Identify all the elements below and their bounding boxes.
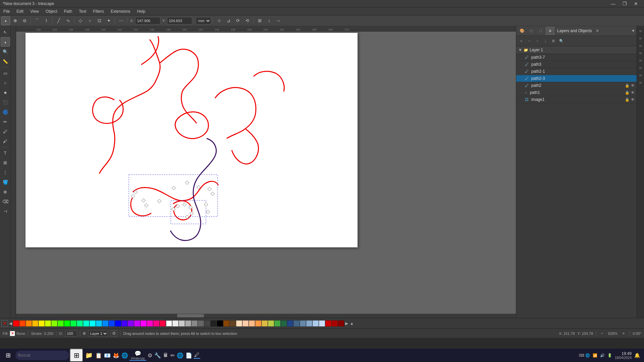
browser2-taskbar-btn[interactable]: 🌐 (176, 352, 184, 359)
color-swatch[interactable] (26, 320, 32, 326)
tool-star[interactable]: ★ (1, 88, 10, 97)
color-swatch[interactable] (147, 320, 153, 326)
document-canvas[interactable] (25, 33, 358, 247)
color-swatch[interactable] (115, 320, 121, 326)
minimize-btn[interactable]: — (608, 0, 619, 7)
color-swatch[interactable] (243, 320, 249, 326)
color-swatch[interactable] (90, 320, 96, 326)
zoom-out-btn[interactable]: − (599, 330, 605, 337)
search-input[interactable] (15, 351, 69, 360)
notification-btn[interactable]: 🔔 (634, 353, 640, 358)
menu-file[interactable]: File (0, 8, 13, 14)
color-swatch[interactable] (236, 320, 242, 326)
color-swatch[interactable] (223, 320, 229, 326)
h-scrollbar[interactable] (16, 314, 516, 318)
del-layer-btn[interactable]: − (526, 37, 533, 45)
tool-3d[interactable]: ⬛ (1, 98, 10, 107)
sym-btn[interactable]: ⊡ (95, 16, 104, 25)
color-swatch[interactable] (300, 320, 306, 326)
panel-chevron[interactable]: ▼ (631, 28, 635, 33)
tool-spray[interactable]: ⊕ (1, 187, 10, 196)
node-view-btn3[interactable]: ↔ (274, 16, 283, 25)
color-swatch[interactable] (32, 320, 38, 326)
tool-gradient[interactable]: ⊞ (1, 158, 10, 167)
tool-mesh[interactable]: ⋮ (1, 168, 10, 177)
color-swatch[interactable] (338, 320, 344, 326)
tool-text[interactable]: T (1, 148, 10, 158)
er-btn6[interactable]: ⊳ (637, 64, 644, 71)
color-swatch[interactable] (19, 320, 25, 326)
tool-node[interactable]: ⬧ (1, 37, 10, 47)
delete-node-btn[interactable]: ⊖ (20, 16, 29, 25)
layer-select[interactable]: Layer 1 (88, 330, 108, 337)
color-swatch[interactable] (166, 320, 172, 326)
color-swatch[interactable] (109, 320, 115, 326)
color-swatch[interactable] (185, 320, 191, 326)
color-swatch[interactable] (217, 320, 223, 326)
layer-item-path3-7[interactable]: 🖊 path3-7 (516, 54, 637, 61)
calc-taskbar-btn[interactable]: 🖩 (162, 352, 169, 358)
color-swatch[interactable] (230, 320, 236, 326)
taskview-btn[interactable]: ⊞ (70, 349, 83, 362)
menu-view[interactable]: View (27, 8, 42, 14)
menu-extensions[interactable]: Extensions (107, 8, 134, 14)
opacity-input[interactable] (65, 330, 77, 337)
color-swatch[interactable] (211, 320, 217, 326)
unit-select[interactable]: mmpxcmin (196, 17, 211, 24)
canvas-area[interactable]: 132 134 136 138 140 142 144 146 148 150 … (11, 26, 516, 318)
close-btn[interactable]: ✕ (631, 0, 641, 7)
color-swatch[interactable] (83, 320, 89, 326)
mail-taskbar-btn[interactable]: 📧 (103, 352, 111, 359)
color-swatch[interactable] (274, 320, 280, 326)
layers-tab-btn[interactable]: ≡ (546, 27, 554, 35)
image1-lock-icon[interactable]: 🔒 (625, 98, 630, 102)
layer-settings-status-btn[interactable]: ⚙ (111, 330, 117, 337)
color-swatch[interactable] (102, 320, 108, 326)
color-swatch[interactable] (332, 320, 338, 326)
node-view-btn2[interactable]: ↕ (265, 16, 273, 25)
panel-close-btn[interactable]: ✕ (594, 28, 600, 33)
cusp-btn[interactable]: ◇ (76, 16, 85, 25)
remove-color-btn[interactable]: ✕ (1, 320, 8, 327)
tool-connector[interactable]: ⊣ (1, 206, 10, 216)
restore-btn[interactable]: ❐ (619, 0, 630, 7)
explorer-taskbar-btn[interactable]: 📁 (84, 352, 94, 359)
color-swatch[interactable] (204, 320, 210, 326)
menu-help[interactable]: Help (134, 8, 149, 14)
layer-settings-btn[interactable]: ⚙ (550, 37, 557, 45)
color-swatch[interactable] (325, 320, 331, 326)
color-swatch[interactable] (13, 320, 19, 326)
color-swatch[interactable] (249, 320, 255, 326)
show-handles-btn[interactable]: ⋯ (117, 16, 125, 25)
obj-tab-btn[interactable]: □ (527, 27, 536, 35)
path1-vis-icon[interactable]: 👁 (631, 90, 635, 95)
doc-taskbar-btn[interactable]: 📄 (185, 352, 193, 359)
firefox-taskbar-btn[interactable]: 🦊 (112, 352, 120, 359)
layer1-toggle[interactable]: ▼ (518, 48, 522, 52)
color-swatch[interactable] (306, 320, 312, 326)
er-btn4[interactable]: ⊳ (637, 50, 644, 56)
smooth-btn[interactable]: ○ (86, 16, 94, 25)
er-btn3[interactable]: ⊳ (637, 42, 644, 49)
layer-item-image1[interactable]: 🖼 image1 🔒 👁 (516, 96, 637, 103)
fill-color-swatch[interactable]: ✕ (10, 331, 15, 336)
node-view-btn1[interactable]: ⊞ (255, 16, 264, 25)
h-scroll-thumb[interactable] (177, 314, 204, 317)
color-swatch[interactable] (64, 320, 70, 326)
color-swatch[interactable] (39, 320, 45, 326)
color-swatch[interactable] (293, 320, 300, 326)
color-swatch[interactable] (153, 320, 159, 326)
x-input[interactable] (135, 17, 160, 24)
er-btn5[interactable]: ⊳ (637, 57, 644, 64)
color-swatch[interactable] (51, 320, 57, 326)
er-btn2[interactable]: ⊳ (637, 35, 644, 42)
node-tf-btn2[interactable]: ⊿ (224, 16, 233, 25)
color-swatch[interactable] (160, 320, 166, 326)
tool-zoom[interactable]: 🔍 (1, 47, 10, 56)
auto-btn[interactable]: ✦ (104, 16, 113, 25)
layer-item-path2[interactable]: 🖊 path2 🔒 👁 (516, 82, 637, 89)
move-down-btn[interactable]: ↓ (542, 37, 549, 45)
color-swatch[interactable] (70, 320, 76, 326)
color-swatch[interactable] (172, 320, 178, 326)
inkscape-taskbar-btn[interactable]: 🖊 (194, 352, 200, 359)
